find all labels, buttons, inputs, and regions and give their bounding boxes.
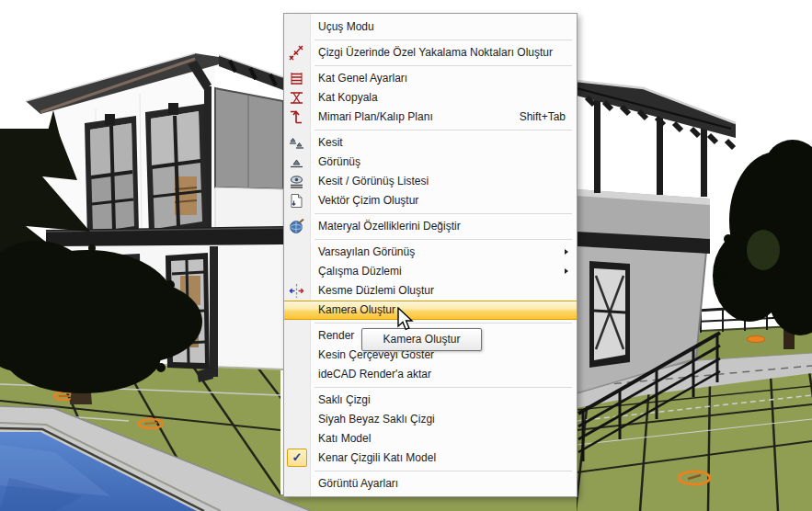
submenu-arrow-icon xyxy=(565,268,568,274)
mouse-cursor-icon xyxy=(396,307,417,335)
section-list-icon xyxy=(289,174,304,189)
menu-item[interactable]: Kenar Çizgili Katı Model ✓ xyxy=(284,449,577,468)
tooltip: Kamera Oluştur xyxy=(361,328,482,351)
menu-item[interactable]: Uçuş Modu xyxy=(284,17,577,37)
menu-item[interactable]: Siyah Beyaz Saklı Çizgi xyxy=(284,410,577,429)
submenu-arrow-icon xyxy=(565,249,568,255)
cutting-plane-icon xyxy=(289,283,304,299)
menu-separator xyxy=(315,239,572,240)
window-right xyxy=(589,261,630,368)
menu-item[interactable]: Mimari Plan/Kalıp Planı Shift+Tab xyxy=(284,108,577,127)
plan-mode-icon xyxy=(289,109,304,125)
menu-separator xyxy=(315,65,572,66)
menu-item-label: Katı Model xyxy=(318,432,371,445)
menu-item[interactable]: Kat Kopyala xyxy=(284,88,577,108)
menu-item-label: Görüntü Ayarları xyxy=(318,477,398,490)
menu-item-label: Saklı Çizgi xyxy=(318,393,371,406)
menu-item[interactable]: Görünüş xyxy=(284,153,577,172)
menu-item-label: Kamera Oluştur xyxy=(318,303,395,316)
menu-item-label: Vektör Çizim Oluştur xyxy=(318,194,418,207)
menu-item[interactable]: Saklı Çizgi xyxy=(284,391,577,410)
check-icon: ✓ xyxy=(287,449,307,467)
menu-separator xyxy=(315,40,572,40)
menu-item-label: Kat Genel Ayarları xyxy=(318,72,407,85)
application-window: Uçuş Modu Çizgi Üzerinde Özel Yakalama N… xyxy=(0,0,812,511)
context-menu: Uçuş Modu Çizgi Üzerinde Özel Yakalama N… xyxy=(283,13,578,497)
menu-item[interactable]: Kesme Düzlemi Oluştur xyxy=(284,281,577,301)
menu-item[interactable]: Kesit xyxy=(284,133,577,153)
context-menu-list: Uçuş Modu Çizgi Üzerinde Özel Yakalama N… xyxy=(284,17,577,494)
menu-item[interactable]: Kesit / Görünüş Listesi xyxy=(284,172,577,191)
menu-separator xyxy=(315,387,572,388)
menu-item[interactable]: Materyal Özelliklerini Değiştir xyxy=(284,217,577,236)
menu-item-label: Materyal Özelliklerini Değiştir xyxy=(318,220,461,233)
menu-item[interactable]: Çizgi Üzerinde Özel Yakalama Noktaları O… xyxy=(284,43,577,62)
menu-item-label: Kesit xyxy=(318,136,343,149)
menu-separator xyxy=(315,471,572,471)
tooltip-text: Kamera Oluştur xyxy=(383,333,460,346)
menu-item-label: Kesit / Görünüş Listesi xyxy=(318,175,429,187)
menu-item[interactable]: Görüntü Ayarları xyxy=(284,474,577,494)
menu-item[interactable]: Çalışma Düzlemi xyxy=(284,262,577,281)
menu-item-label: Kenar Çizgili Katı Model xyxy=(318,451,436,464)
menu-item[interactable]: Katı Model xyxy=(284,429,577,449)
section-icon xyxy=(289,135,304,151)
menu-separator xyxy=(315,130,572,131)
window-upper-1 xyxy=(85,114,139,239)
menu-item-label: Kesme Düzlemi Oluştur xyxy=(318,284,434,297)
material-globe-icon xyxy=(289,219,304,234)
vector-drawing-icon xyxy=(289,193,304,209)
menu-item-label: Çizgi Üzerinde Özel Yakalama Noktaları O… xyxy=(318,46,553,59)
menu-item-label: Kat Kopyala xyxy=(318,91,378,104)
menu-item[interactable]: Vektör Çizim Oluştur xyxy=(284,191,577,210)
menu-item-label: Varsayılan Görünüş xyxy=(318,245,415,258)
menu-separator xyxy=(315,323,572,324)
menu-item[interactable]: ideCAD Render'a aktar xyxy=(284,365,577,384)
menu-item-label: Görünüş xyxy=(318,155,360,168)
menu-item-label: Mimari Plan/Kalıp Planı xyxy=(318,110,433,123)
elevation-icon xyxy=(289,154,304,170)
menu-item-label: Çalışma Düzlemi xyxy=(318,265,402,278)
menu-item[interactable]: Kamera Oluştur xyxy=(284,301,577,320)
menu-item[interactable]: Varsayılan Görünüş xyxy=(284,243,577,262)
menu-item-shortcut: Shift+Tab xyxy=(520,108,566,127)
menu-item-label: Uçuş Modu xyxy=(318,20,374,33)
menu-item[interactable]: Kat Genel Ayarları xyxy=(284,69,577,88)
storey-settings-icon xyxy=(289,71,304,86)
menu-item-label: ideCAD Render'a aktar xyxy=(318,368,431,380)
storey-copy-icon xyxy=(289,90,304,106)
menu-item-label: Siyah Beyaz Saklı Çizgi xyxy=(318,413,435,426)
menu-item-label: Render xyxy=(318,329,354,342)
menu-separator xyxy=(315,213,572,214)
snap-points-icon xyxy=(289,45,304,61)
window-upper-2 xyxy=(145,103,208,235)
